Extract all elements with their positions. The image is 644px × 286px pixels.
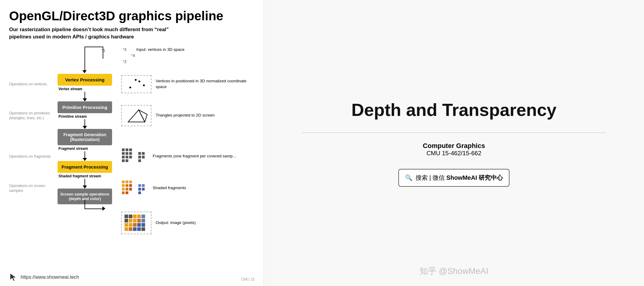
- top-h-line: [85, 47, 103, 47]
- illus-row-fragments: Fragments (one fragment per covered samp…: [121, 137, 254, 176]
- svg-rect-55: [133, 227, 137, 231]
- top-arrowhead: [82, 70, 87, 73]
- svg-rect-7: [125, 148, 128, 151]
- pipeline-diagram: Operations on vertices Operations on pri…: [9, 74, 254, 237]
- svg-rect-14: [129, 156, 132, 159]
- arrow3: [83, 158, 87, 161]
- svg-rect-54: [129, 227, 132, 231]
- page-title: OpenGL/Direct3D graphics pipeline: [9, 9, 254, 23]
- svg-rect-40: [133, 215, 137, 218]
- input-label: Input: vertices in 3D space: [136, 47, 212, 52]
- page-subtitle: Our rasterization pipeline doesn’t look …: [9, 26, 191, 41]
- arrow2: [83, 126, 87, 129]
- svg-rect-11: [129, 152, 132, 155]
- svg-rect-37: [138, 191, 141, 194]
- vertex-stream-connector: Vertex stream: [53, 86, 117, 101]
- course-name: Computer Graphics: [423, 142, 485, 150]
- footer: https://www.showmeai.tech: [9, 273, 79, 281]
- dot4-label: °4: [131, 53, 135, 58]
- vertices-svg: [124, 77, 148, 91]
- illus-box-shaded: [121, 180, 148, 196]
- svg-rect-53: [124, 227, 128, 231]
- arrow1: [83, 98, 87, 101]
- svg-point-1: [138, 81, 140, 82]
- illus-label-fragments: Fragments (one fragment per covered samp…: [153, 153, 237, 159]
- out-vline: [85, 200, 85, 209]
- illustrations: Vertices in positioned in 3D normalized …: [117, 74, 254, 237]
- svg-rect-30: [129, 188, 132, 191]
- svg-rect-41: [137, 215, 141, 218]
- label-fragments: Operations on fragments: [9, 137, 53, 176]
- triangles-svg: [124, 107, 149, 124]
- svg-rect-29: [125, 188, 128, 191]
- svg-rect-10: [125, 152, 128, 155]
- svg-rect-24: [129, 180, 132, 183]
- dot1-label: °1: [101, 48, 105, 53]
- svg-rect-39: [129, 215, 132, 218]
- svg-rect-56: [137, 227, 141, 231]
- pipeline-center: Vertex Processing Vertex stream Primitiv…: [53, 74, 117, 237]
- svg-rect-26: [125, 184, 128, 187]
- illus-box-triangles: [121, 105, 151, 126]
- illus-row-shaded: Shaded fragments: [121, 176, 254, 200]
- shaded-grid1-svg: [121, 180, 136, 196]
- vertex-stream-label: Vertex stream: [58, 87, 82, 91]
- svg-rect-36: [142, 188, 145, 191]
- course-code: CMU 15-462/15-662: [423, 150, 485, 157]
- label-primitives: Operations on primitives (triangles, lin…: [9, 94, 53, 137]
- fragment-stream-connector: Fragment stream: [53, 145, 117, 161]
- illus-label-vertices: Vertices in positioned in 3D normalized …: [156, 78, 254, 90]
- connector-line1: [85, 92, 85, 98]
- svg-rect-19: [138, 156, 141, 159]
- illus-box-vertices: [121, 75, 151, 93]
- svg-rect-48: [124, 223, 128, 227]
- output-svg: [123, 213, 150, 233]
- fragment-generation-box: Fragment Generation (Rasterization): [58, 129, 112, 145]
- svg-rect-34: [142, 184, 145, 187]
- svg-rect-28: [122, 188, 125, 191]
- shaded-stream-connector: Shaded fragment stream: [53, 173, 117, 189]
- slide-title: Depth and Transparency: [339, 99, 569, 120]
- svg-rect-46: [137, 219, 141, 222]
- primitive-stream-label: Primitive stream: [58, 114, 87, 119]
- cursor-icon: [9, 273, 18, 281]
- svg-marker-58: [10, 274, 16, 281]
- svg-rect-25: [122, 184, 125, 187]
- svg-rect-32: [125, 191, 128, 194]
- search-box[interactable]: 🔍 搜索 | 微信 ShowMeAI 研究中心: [398, 169, 510, 187]
- svg-point-0: [129, 87, 131, 88]
- svg-rect-18: [142, 152, 145, 155]
- search-text: 搜索 | 微信 ShowMeAI 研究中心: [416, 174, 503, 182]
- vertex-processing-box: Vertex Processing: [58, 74, 112, 86]
- connector-line2: [85, 119, 85, 126]
- primitive-stream-connector: Primitive stream: [53, 113, 117, 129]
- svg-rect-47: [141, 219, 145, 222]
- fragment-processing-box: Fragment Processing: [58, 161, 112, 173]
- illus-label-triangles: Triangles projected to 2D screen: [156, 113, 215, 118]
- svg-rect-35: [138, 188, 141, 191]
- input-area: °1 °3 °4 °2 Input: vertices in 3D space: [53, 47, 254, 72]
- left-panel: OpenGL/Direct3D graphics pipeline Our ra…: [0, 0, 264, 286]
- right-panel: Depth and Transparency Computer Graphics…: [264, 0, 644, 286]
- svg-rect-27: [129, 184, 132, 187]
- top-arrow-line: [85, 47, 85, 72]
- svg-rect-49: [129, 223, 132, 227]
- shaded-stream-label: Shaded fragment stream: [58, 174, 101, 178]
- illus-label-shaded: Shaded fragments: [153, 185, 186, 191]
- illus-box-fragments: [121, 148, 148, 165]
- svg-rect-8: [129, 148, 132, 151]
- course-info: Computer Graphics CMU 15-462/15-662: [423, 142, 485, 157]
- primitive-processing-box: Primitive Processing: [58, 101, 112, 113]
- svg-point-3: [135, 79, 137, 81]
- svg-rect-43: [124, 219, 128, 222]
- label-vertices: Operations on vertices: [9, 74, 53, 94]
- dot3-label: °3: [123, 47, 126, 52]
- pipeline-labels: Operations on vertices Operations on pri…: [9, 74, 53, 237]
- divider: [302, 133, 606, 133]
- svg-rect-52: [141, 223, 145, 227]
- svg-rect-21: [138, 159, 141, 162]
- svg-rect-20: [142, 156, 145, 159]
- fragment-stream-label: Fragment stream: [58, 146, 88, 151]
- svg-rect-16: [125, 159, 128, 162]
- svg-rect-22: [122, 180, 125, 183]
